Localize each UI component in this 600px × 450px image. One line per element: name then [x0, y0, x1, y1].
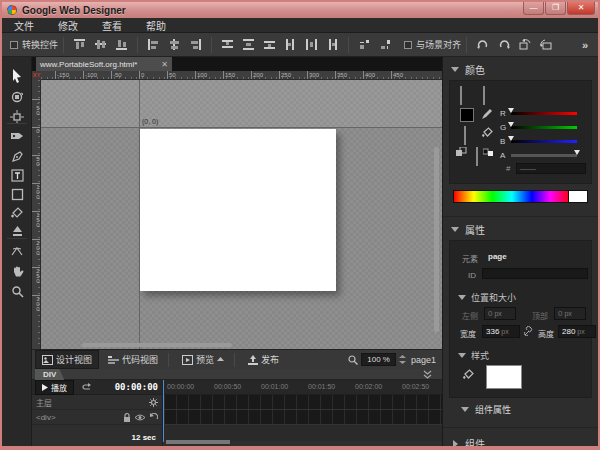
- publish-button[interactable]: 发布: [242, 351, 285, 368]
- space-vertical-icon[interactable]: [377, 37, 394, 53]
- color-spectrum-bar[interactable]: [453, 190, 571, 203]
- timeline-scope-tab[interactable]: DIV: [35, 369, 64, 380]
- horizontal-ruler[interactable]: -150-100-50050100150200250300350400450: [41, 71, 442, 80]
- height-input[interactable]: 280px: [558, 325, 596, 338]
- background-fill-icon[interactable]: [462, 369, 475, 381]
- menu-item-1[interactable]: 修改: [46, 18, 90, 33]
- distribute-bottom-icon[interactable]: [261, 37, 278, 53]
- layer-row-div[interactable]: <div>: [32, 410, 162, 425]
- menu-item-2[interactable]: 查看: [90, 18, 134, 33]
- horizontal-scrollbar[interactable]: [82, 343, 232, 347]
- rotate-90-ccw-icon[interactable]: [516, 37, 533, 53]
- timeline-collapse-icon[interactable]: [423, 370, 432, 379]
- red-slider-thumb[interactable]: [508, 108, 514, 113]
- code-view-button[interactable]: 代码视图: [102, 351, 164, 368]
- alpha-slider[interactable]: [511, 154, 577, 157]
- no-color-icon[interactable]: [476, 147, 478, 166]
- gradient-tool[interactable]: [9, 223, 25, 239]
- close-button[interactable]: ✕: [567, 2, 595, 15]
- align-middle-icon[interactable]: [92, 37, 109, 53]
- style-subheader[interactable]: 样式: [458, 349, 489, 362]
- timeline-track-area[interactable]: 00:00:0000:00:5000:01:0000:01:5000:02:00…: [164, 380, 442, 446]
- play-button[interactable]: 播放: [35, 380, 74, 395]
- layer-row-main[interactable]: 主层: [32, 395, 162, 410]
- background-color-swatch[interactable]: [486, 365, 522, 389]
- swap-colors-icon[interactable]: [456, 147, 467, 157]
- width-input[interactable]: 336px: [482, 325, 520, 338]
- menu-item-0[interactable]: 文件: [2, 18, 46, 33]
- left-input[interactable]: 0px: [484, 307, 516, 320]
- white-color-swatch[interactable]: [568, 190, 588, 203]
- rotate-90-cw-icon[interactable]: [537, 37, 554, 53]
- red-value[interactable]: 0: [588, 109, 600, 118]
- text-tool[interactable]: [9, 167, 25, 183]
- components-section-header[interactable]: 组件: [443, 427, 598, 450]
- loop-toggle-icon[interactable]: [82, 383, 92, 391]
- lock-icon[interactable]: [123, 413, 131, 422]
- maximize-button[interactable]: ❐: [545, 2, 566, 15]
- distribute-right-icon[interactable]: [324, 37, 341, 53]
- color-section-header[interactable]: 颜色: [443, 57, 598, 80]
- red-slider[interactable]: [511, 112, 577, 115]
- component-props-subheader[interactable]: 组件属性: [443, 398, 598, 419]
- page-stepper-icon[interactable]: [399, 355, 406, 364]
- timeline-scrollbar[interactable]: [166, 440, 230, 444]
- selection-tool[interactable]: [9, 68, 25, 84]
- green-slider-thumb[interactable]: [508, 122, 514, 127]
- vertical-ruler[interactable]: -50050100150200250300: [32, 80, 41, 349]
- document-tab[interactable]: www.PortableSoft.org.html* ✕: [36, 57, 172, 71]
- alpha-slider-thumb[interactable]: [574, 150, 580, 155]
- blue-slider-thumb[interactable]: [508, 136, 514, 141]
- zoom-tool[interactable]: [9, 283, 25, 299]
- align-center-icon[interactable]: [166, 37, 183, 53]
- rotate-cw-icon[interactable]: [495, 37, 512, 53]
- stage-rotate-tool[interactable]: [9, 243, 25, 259]
- properties-section-header[interactable]: 属性: [443, 216, 598, 240]
- distribute-top-icon[interactable]: [219, 37, 236, 53]
- distribute-middle-icon[interactable]: [240, 37, 257, 53]
- timeline-ruler[interactable]: 00:00:0000:00:5000:01:0000:01:5000:02:00…: [164, 380, 442, 395]
- stage[interactable]: [140, 129, 336, 291]
- 3d-object-rotate-tool[interactable]: [9, 89, 25, 105]
- id-input[interactable]: [482, 268, 588, 279]
- blue-value[interactable]: 0: [588, 137, 600, 146]
- link-dimensions-icon[interactable]: [524, 326, 534, 336]
- ruler-origin-corner[interactable]: XY: [32, 71, 41, 80]
- alpha-value[interactable]: 100: [588, 151, 600, 160]
- playhead-marker[interactable]: [163, 380, 164, 442]
- space-horizontal-icon[interactable]: [356, 37, 373, 53]
- distribute-center-icon[interactable]: [303, 37, 320, 53]
- top-input[interactable]: 0px: [554, 307, 586, 320]
- convert-controls-checkbox[interactable]: [10, 41, 18, 49]
- fill-color-swatch[interactable]: [464, 126, 466, 145]
- page-indicator[interactable]: page1: [411, 355, 436, 365]
- position-size-subheader[interactable]: 位置和大小: [458, 291, 516, 304]
- undo-icon[interactable]: [149, 413, 158, 421]
- design-canvas[interactable]: (0, 0): [41, 80, 442, 349]
- green-slider[interactable]: [511, 126, 577, 129]
- green-value[interactable]: 0: [588, 123, 600, 132]
- shape-tool[interactable]: [9, 186, 25, 202]
- paint-bucket-icon[interactable]: [481, 127, 494, 139]
- align-bottom-icon[interactable]: [113, 37, 130, 53]
- align-right-icon[interactable]: [187, 37, 204, 53]
- timeline-grid[interactable]: [164, 395, 442, 425]
- gear-icon[interactable]: [149, 398, 158, 407]
- design-view-button[interactable]: 设计视图: [35, 350, 99, 369]
- minimize-button[interactable]: —: [523, 2, 544, 15]
- paint-bucket-tool[interactable]: [9, 205, 25, 221]
- distribute-left-icon[interactable]: [282, 37, 299, 53]
- tab-close-icon[interactable]: ✕: [161, 60, 168, 69]
- align-left-icon[interactable]: [145, 37, 162, 53]
- title-bar[interactable]: Google Web Designer — ❐ ✕: [2, 2, 598, 18]
- recent-color-none-swatch[interactable]: [460, 86, 462, 105]
- stroke-color-swatch[interactable]: [460, 108, 474, 122]
- blue-slider[interactable]: [511, 140, 577, 143]
- rotate-ccw-icon[interactable]: [474, 37, 491, 53]
- menu-item-3[interactable]: 帮助: [134, 18, 178, 33]
- align-to-scene-checkbox[interactable]: [404, 41, 412, 49]
- default-colors-icon[interactable]: [483, 147, 494, 157]
- align-top-icon[interactable]: [71, 37, 88, 53]
- pencil-icon[interactable]: [481, 108, 493, 120]
- hand-tool[interactable]: [9, 263, 25, 279]
